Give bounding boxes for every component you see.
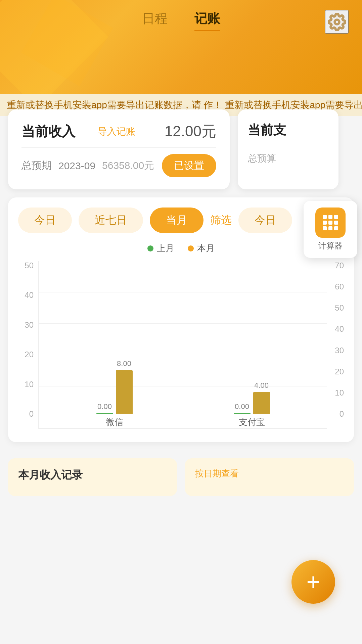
- yr-40: 40: [330, 324, 344, 334]
- alipay-bar-0-label: 0.00: [235, 402, 249, 411]
- calculator-icon-box: [315, 208, 346, 238]
- yr-20: 20: [330, 367, 344, 376]
- y-50: 50: [18, 261, 34, 270]
- alipay-x-label: 支付宝: [239, 416, 265, 428]
- alipay-bar-4: 4.00: [253, 381, 270, 414]
- calc-dot-9: [334, 226, 338, 230]
- calculator-popup[interactable]: 计算器: [304, 201, 357, 258]
- tab-row: 日程 记账: [0, 0, 362, 31]
- calc-dot-2: [328, 215, 332, 219]
- wechat-bar-0: 0.00: [96, 402, 113, 414]
- chart-section: 今日 近七日 当月 筛选 计算器 今日: [8, 197, 354, 442]
- legend-this-month: 本月: [188, 242, 215, 254]
- budget-date: 2023-09: [58, 160, 95, 172]
- header: 日程 记账: [0, 0, 362, 94]
- filter-month[interactable]: 当月: [150, 208, 203, 233]
- y-40: 40: [18, 290, 34, 300]
- wechat-bar-green: [96, 413, 113, 414]
- calc-dot-3: [334, 215, 338, 219]
- expense-budget-label: 总预算: [248, 152, 328, 165]
- add-button[interactable]: +: [291, 560, 335, 604]
- filter-today[interactable]: 今日: [18, 208, 72, 233]
- bottom-date-link[interactable]: 按日期查看: [195, 468, 344, 479]
- wechat-bar-8: 8.00: [116, 359, 133, 414]
- calc-dot-5: [328, 221, 332, 225]
- legend-last-month-label: 上月: [157, 242, 174, 254]
- calc-dot-8: [328, 226, 332, 230]
- filter-row: 今日 近七日 当月 筛选 计算器 今日: [18, 208, 344, 233]
- yr-10: 10: [330, 388, 344, 398]
- income-card: 当前收入 导入记账 12.00元 总预期 2023-09 56358.00元 已…: [8, 109, 230, 189]
- wechat-bar-0-label: 0.00: [97, 402, 112, 411]
- y-20: 20: [18, 350, 34, 359]
- calculator-grid: [320, 212, 341, 233]
- card-footer: 总预期 2023-09 56358.00元 已设置: [21, 154, 216, 177]
- budget-value: 56358.00元: [102, 159, 154, 173]
- import-button[interactable]: 导入记账: [98, 125, 135, 138]
- wechat-bar-8-label: 8.00: [117, 359, 131, 368]
- calc-dot-7: [323, 226, 327, 230]
- set-button[interactable]: 已设置: [162, 154, 216, 177]
- y-10: 10: [18, 380, 34, 389]
- bar-col-wechat: 0.00 8.00: [96, 359, 133, 414]
- bar-col-alipay: 0.00 4.00: [234, 381, 270, 414]
- gear-icon: [328, 13, 346, 31]
- yr-30: 30: [330, 346, 344, 355]
- alipay-bar-gold: [253, 392, 270, 414]
- bottom-card-income[interactable]: 本月收入记录: [8, 458, 177, 496]
- calc-dot-6: [334, 221, 338, 225]
- yr-60: 60: [330, 282, 344, 291]
- settings-button[interactable]: [325, 10, 349, 34]
- expense-title: 当前支: [248, 122, 328, 139]
- wechat-bar-gold: [116, 370, 133, 414]
- y-axis-right: 0 10 20 30 40 50 60 70: [327, 261, 344, 429]
- y-30: 30: [18, 320, 34, 330]
- yr-70: 70: [330, 261, 344, 270]
- alipay-bar-green: [234, 413, 251, 414]
- budget-label: 总预期: [21, 159, 52, 173]
- card-header: 当前收入 导入记账 12.00元: [21, 122, 216, 141]
- bar-group-alipay: 0.00 4.00 支付宝: [183, 381, 320, 428]
- y-0: 0: [18, 409, 34, 419]
- legend-row: 上月 本月: [18, 242, 344, 254]
- calc-dot-4: [323, 221, 327, 225]
- tab-ledger[interactable]: 记账: [194, 10, 220, 31]
- bottom-cards: 本月收入记录 按日期查看: [0, 450, 362, 509]
- bars-wrapper: 0.00 8.00 微信 0.00: [38, 261, 327, 429]
- yr-50: 50: [330, 303, 344, 313]
- alipay-bar-0: 0.00: [234, 402, 251, 414]
- wechat-x-label: 微信: [106, 416, 123, 428]
- cards-row: 当前收入 导入记账 12.00元 总预期 2023-09 56358.00元 已…: [0, 109, 362, 189]
- bottom-card-date[interactable]: 按日期查看: [185, 458, 354, 496]
- income-title: 当前收入: [21, 122, 75, 141]
- filter-7days[interactable]: 近七日: [79, 208, 143, 233]
- plus-icon: +: [307, 570, 320, 594]
- legend-last-month: 上月: [147, 242, 174, 254]
- legend-dot-orange: [188, 245, 194, 251]
- chart-inner: 0.00 8.00 微信 0.00: [38, 261, 327, 429]
- legend-this-month-label: 本月: [197, 242, 215, 254]
- y-axis: 0 10 20 30 40 50: [18, 261, 38, 429]
- chart-area: 0 10 20 30 40 50 0.00 8: [18, 261, 344, 429]
- filter-today2[interactable]: 今日: [238, 208, 292, 233]
- tab-schedule[interactable]: 日程: [142, 10, 168, 31]
- svg-point-0: [334, 19, 339, 24]
- income-amount: 12.00元: [165, 122, 216, 141]
- filter-screen[interactable]: 筛选: [210, 213, 232, 228]
- legend-dot-green: [147, 245, 153, 251]
- alipay-bar-4-label: 4.00: [254, 381, 269, 390]
- yr-0: 0: [330, 409, 344, 419]
- bottom-income-title: 本月收入记录: [18, 468, 167, 482]
- calculator-label: 计算器: [318, 240, 343, 251]
- bar-group-wechat: 0.00 8.00 微信: [46, 359, 183, 428]
- calc-dot-1: [323, 215, 327, 219]
- expense-card: 当前支 总预算: [238, 109, 338, 189]
- card-divider: [21, 147, 216, 148]
